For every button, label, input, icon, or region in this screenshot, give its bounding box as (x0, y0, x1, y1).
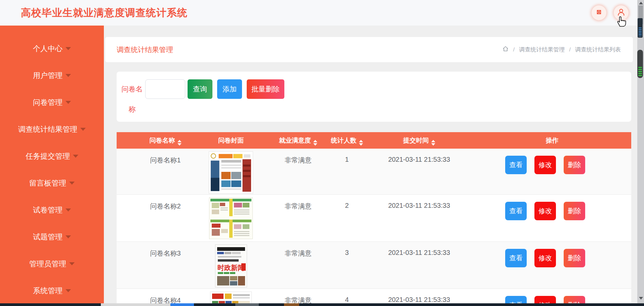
delete-button[interactable]: 删除 (564, 202, 585, 220)
screen: 高校毕业生就业满意度调查统计系统 (0, 0, 644, 306)
sidebar-item-user-management[interactable]: 用户管理 (0, 71, 104, 81)
table-row: 问卷名称3 时政新闻 (117, 241, 631, 289)
sort-icon (431, 140, 435, 142)
fullscreen-button[interactable] (592, 5, 606, 20)
chevron-down-icon (66, 208, 71, 212)
cell-satisfaction: 非常满意 (268, 195, 328, 211)
breadcrumb: / 调查统计结果管理 / 调查统计结果列表 (502, 45, 621, 54)
floating-widget-green[interactable] (637, 50, 643, 78)
widget-stripes (639, 28, 642, 36)
breadcrumb-section[interactable]: 调查统计结果管理 (519, 46, 565, 53)
page-header-card: 调查统计结果管理 / 调查统计结果管理 / 调查统计结果列表 (105, 37, 633, 62)
cover-title-text: 时政新闻 (217, 264, 244, 271)
chevron-down-icon (66, 47, 71, 50)
cell-time: 2021-03-11 21:53:33 (365, 149, 473, 163)
chevron-down-icon (66, 101, 71, 104)
view-button[interactable]: 查看 (505, 156, 527, 174)
taskbar-segment-blue (170, 303, 194, 306)
cell-count: 4 (328, 289, 365, 304)
sidebar-item-exam-paper-management[interactable]: 试卷管理 (0, 205, 104, 215)
sidebar-item-questionnaire-management[interactable]: 问卷管理 (0, 98, 104, 108)
chevron-down-icon (66, 235, 71, 238)
questionnaire-name-input[interactable] (145, 79, 185, 99)
add-button[interactable]: 添加 (217, 79, 242, 99)
vertical-scrollbar[interactable] (637, 0, 644, 306)
sort-icon (359, 140, 363, 142)
cell-name: 问卷名称2 (137, 195, 194, 211)
bottom-taskbar-strip (0, 303, 644, 306)
search-toolbar-card: 问卷名称 查询 添加 批量删除 (117, 72, 631, 122)
cell-time: 2021-03-11 21:53:33 (365, 289, 473, 304)
table-header-row: 问卷名称 问卷封面 就业满意度 统计人数 提交时间 操作 (117, 132, 631, 149)
breadcrumb-separator: / (569, 46, 571, 53)
chevron-down-icon (80, 128, 86, 131)
breadcrumb-current: 调查统计结果列表 (575, 46, 621, 53)
column-header-cover: 问卷封面 (194, 136, 268, 145)
cell-satisfaction: 非常满意 (268, 289, 328, 305)
sidebar-nav: 个人中心 用户管理 问卷管理 调查统计结果管理 任务提交管理 留言板管理 试卷管… (0, 26, 104, 303)
scrollbar-down-arrow[interactable] (639, 297, 643, 300)
mouse-cursor (616, 15, 627, 29)
sort-icon (177, 140, 182, 142)
sidebar-item-message-board-management[interactable]: 留言板管理 (0, 178, 104, 188)
widget-stripes (638, 67, 642, 76)
edit-button[interactable]: 修改 (534, 202, 556, 220)
cell-satisfaction: 非常满意 (268, 149, 328, 165)
cell-count: 2 (328, 195, 365, 209)
top-header: 高校毕业生就业满意度调查统计系统 (0, 0, 644, 26)
column-header-actions: 操作 (473, 136, 631, 145)
column-header-satisfaction[interactable]: 就业满意度 (268, 136, 328, 145)
sort-icon (313, 140, 317, 142)
column-header-time[interactable]: 提交时间 (365, 136, 473, 145)
sidebar-item-task-submission-management[interactable]: 任务提交管理 (0, 151, 104, 161)
cell-time: 2021-03-11 21:53:33 (365, 195, 473, 209)
edit-button[interactable]: 修改 (534, 249, 556, 267)
cell-count: 1 (328, 149, 365, 163)
chevron-down-icon (69, 182, 75, 185)
search-field-label: 问卷名称 (121, 79, 143, 119)
sidebar-item-system-management[interactable]: 系统管理 (0, 286, 104, 296)
page-title: 调查统计结果管理 (117, 45, 173, 54)
cell-count: 3 (328, 242, 365, 257)
chevron-down-icon (66, 289, 71, 292)
sidebar-item-admin-management[interactable]: 管理员管理 (0, 259, 104, 269)
view-button[interactable]: 查看 (505, 202, 527, 220)
floating-widget-blue[interactable] (638, 18, 643, 38)
edit-button[interactable]: 修改 (534, 156, 556, 174)
taskbar-segment-brown (284, 303, 299, 306)
cover-image[interactable] (208, 151, 253, 194)
chevron-down-icon (66, 74, 71, 77)
table-row: 问卷名称2 (117, 194, 631, 241)
sidebar-item-survey-results-management[interactable]: 调查统计结果管理 (0, 124, 104, 135)
view-button[interactable]: 查看 (505, 249, 527, 267)
cell-name: 问卷名称1 (137, 149, 194, 165)
cover-image[interactable]: 时政新闻 (215, 244, 247, 288)
column-header-count[interactable]: 统计人数 (328, 136, 365, 145)
sidebar-item-personal-center[interactable]: 个人中心 (0, 44, 104, 54)
cell-time: 2021-03-11 21:53:33 (365, 242, 473, 257)
taskbar-segment-gray (235, 303, 259, 306)
fullscreen-icon (594, 7, 604, 18)
cover-image[interactable] (209, 197, 253, 239)
query-button[interactable]: 查询 (188, 79, 212, 99)
scrollbar-up-arrow[interactable] (639, 2, 643, 4)
home-icon[interactable] (502, 45, 509, 54)
delete-button[interactable]: 删除 (564, 249, 585, 267)
batch-delete-button[interactable]: 批量删除 (247, 79, 284, 99)
app-title: 高校毕业生就业满意度调查统计系统 (21, 0, 188, 26)
results-table: 问卷名称 问卷封面 就业满意度 统计人数 提交时间 操作 问卷名称1 (117, 132, 631, 306)
delete-button[interactable]: 删除 (564, 156, 585, 174)
breadcrumb-separator: / (513, 46, 515, 53)
column-header-name[interactable]: 问卷名称 (137, 136, 194, 145)
cell-name: 问卷名称4 (137, 289, 194, 305)
table-row: 问卷名称1 (117, 149, 631, 194)
cell-name: 问卷名称3 (137, 242, 194, 258)
cell-satisfaction: 非常满意 (268, 242, 328, 258)
chevron-down-icon (73, 155, 78, 158)
chevron-down-icon (69, 262, 75, 265)
sidebar-item-exam-question-management[interactable]: 试题管理 (0, 232, 104, 242)
taskbar-segment (101, 303, 170, 306)
